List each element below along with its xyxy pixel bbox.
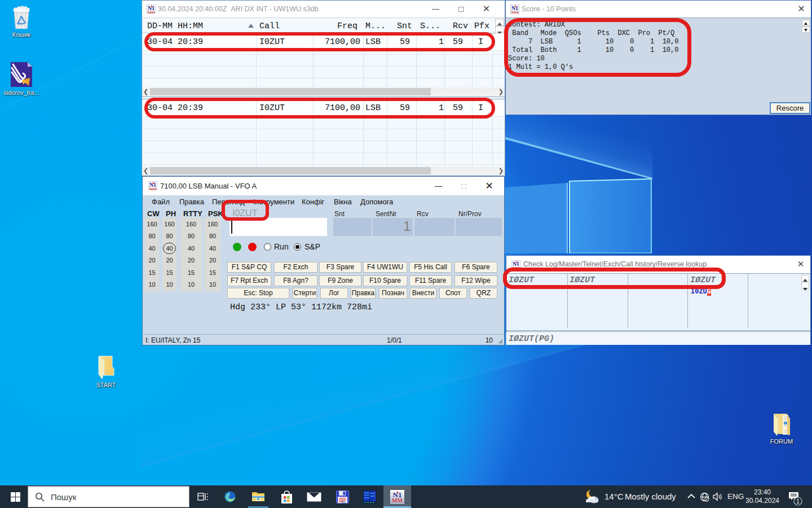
svg-text:51: 51: [342, 500, 346, 503]
svg-text:+: +: [151, 5, 153, 8]
svg-text:+: +: [515, 260, 518, 264]
svg-text:+: +: [152, 181, 155, 185]
svg-text:MM: MM: [511, 10, 519, 14]
svg-text:MM: MM: [392, 497, 403, 503]
svg-text:+: +: [396, 490, 399, 495]
svg-text:MM: MM: [147, 10, 155, 14]
svg-text:MM: MM: [149, 187, 157, 191]
svg-text:+: +: [514, 5, 517, 8]
svg-text:1: 1: [796, 498, 800, 505]
